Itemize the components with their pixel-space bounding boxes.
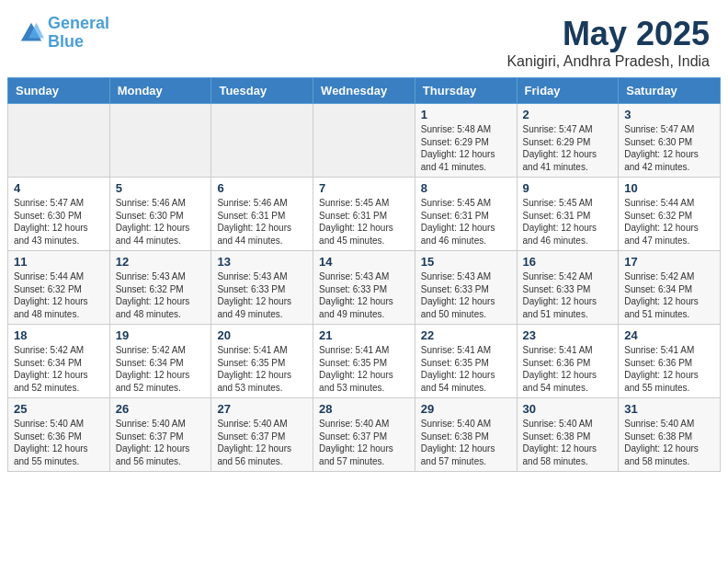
day-number: 12 (116, 255, 206, 269)
logo-text: General Blue (48, 15, 109, 52)
day-number: 7 (319, 181, 409, 195)
day-number: 4 (14, 181, 104, 195)
day-number: 2 (523, 108, 613, 121)
calendar-cell: 1Sunrise: 5:48 AM Sunset: 6:29 PM Daylig… (415, 104, 517, 178)
day-number: 6 (217, 181, 307, 195)
day-info: Sunrise: 5:41 AM Sunset: 6:36 PM Dayligh… (523, 344, 613, 394)
calendar-cell (109, 104, 211, 178)
day-info: Sunrise: 5:42 AM Sunset: 6:34 PM Dayligh… (14, 344, 104, 394)
day-header-saturday: Saturday (619, 78, 721, 104)
calendar-cell: 26Sunrise: 5:40 AM Sunset: 6:37 PM Dayli… (109, 398, 211, 472)
calendar-cell: 4Sunrise: 5:47 AM Sunset: 6:30 PM Daylig… (8, 178, 110, 251)
calendar-cell: 8Sunrise: 5:45 AM Sunset: 6:31 PM Daylig… (415, 178, 517, 251)
day-info: Sunrise: 5:45 AM Sunset: 6:31 PM Dayligh… (319, 197, 409, 247)
calendar-cell: 28Sunrise: 5:40 AM Sunset: 6:37 PM Dayli… (313, 398, 415, 472)
calendar-cell: 10Sunrise: 5:44 AM Sunset: 6:32 PM Dayli… (619, 178, 721, 251)
day-number: 26 (116, 402, 206, 416)
day-info: Sunrise: 5:42 AM Sunset: 6:34 PM Dayligh… (624, 270, 714, 320)
day-header-tuesday: Tuesday (211, 78, 313, 104)
day-info: Sunrise: 5:40 AM Sunset: 6:37 PM Dayligh… (116, 418, 206, 467)
calendar-cell: 11Sunrise: 5:44 AM Sunset: 6:32 PM Dayli… (8, 251, 110, 325)
day-number: 14 (319, 255, 409, 269)
day-number: 13 (217, 255, 307, 269)
day-number: 3 (624, 108, 714, 121)
day-number: 29 (421, 402, 511, 416)
day-header-sunday: Sunday (8, 78, 110, 104)
day-number: 15 (421, 255, 511, 269)
day-number: 9 (523, 181, 613, 195)
day-info: Sunrise: 5:42 AM Sunset: 6:33 PM Dayligh… (523, 270, 613, 320)
calendar-cell: 25Sunrise: 5:40 AM Sunset: 6:36 PM Dayli… (8, 398, 110, 472)
calendar-cell (313, 104, 415, 178)
day-number: 27 (217, 402, 307, 416)
day-number: 20 (217, 328, 307, 342)
day-number: 28 (319, 402, 409, 416)
calendar-cell: 30Sunrise: 5:40 AM Sunset: 6:38 PM Dayli… (517, 398, 619, 472)
day-info: Sunrise: 5:43 AM Sunset: 6:33 PM Dayligh… (421, 270, 511, 320)
calendar-cell: 23Sunrise: 5:41 AM Sunset: 6:36 PM Dayli… (517, 325, 619, 398)
day-number: 19 (116, 328, 206, 342)
day-info: Sunrise: 5:43 AM Sunset: 6:33 PM Dayligh… (217, 270, 307, 320)
calendar-cell: 15Sunrise: 5:43 AM Sunset: 6:33 PM Dayli… (415, 251, 517, 325)
calendar-cell: 27Sunrise: 5:40 AM Sunset: 6:37 PM Dayli… (211, 398, 313, 472)
day-info: Sunrise: 5:41 AM Sunset: 6:35 PM Dayligh… (421, 344, 511, 394)
day-info: Sunrise: 5:40 AM Sunset: 6:38 PM Dayligh… (523, 418, 613, 467)
day-info: Sunrise: 5:47 AM Sunset: 6:30 PM Dayligh… (624, 123, 714, 173)
day-number: 21 (319, 328, 409, 342)
calendar-cell: 7Sunrise: 5:45 AM Sunset: 6:31 PM Daylig… (313, 178, 415, 251)
calendar-cell: 2Sunrise: 5:47 AM Sunset: 6:29 PM Daylig… (517, 104, 619, 178)
day-number: 17 (624, 255, 714, 269)
calendar-cell: 22Sunrise: 5:41 AM Sunset: 6:35 PM Dayli… (415, 325, 517, 398)
day-info: Sunrise: 5:47 AM Sunset: 6:30 PM Dayligh… (14, 197, 104, 247)
day-header-thursday: Thursday (415, 78, 517, 104)
day-number: 25 (14, 402, 104, 416)
location: Kanigiri, Andhra Pradesh, India (506, 53, 710, 70)
calendar-cell: 5Sunrise: 5:46 AM Sunset: 6:30 PM Daylig… (109, 178, 211, 251)
calendar-cell: 18Sunrise: 5:42 AM Sunset: 6:34 PM Dayli… (8, 325, 110, 398)
day-header-wednesday: Wednesday (313, 78, 415, 104)
day-info: Sunrise: 5:40 AM Sunset: 6:38 PM Dayligh… (624, 418, 714, 467)
day-number: 5 (116, 181, 206, 195)
day-number: 1 (421, 108, 511, 121)
month-year: May 2025 (506, 15, 710, 53)
calendar-cell: 9Sunrise: 5:45 AM Sunset: 6:31 PM Daylig… (517, 178, 619, 251)
calendar-cell: 6Sunrise: 5:46 AM Sunset: 6:31 PM Daylig… (211, 178, 313, 251)
day-info: Sunrise: 5:43 AM Sunset: 6:33 PM Dayligh… (319, 270, 409, 320)
day-info: Sunrise: 5:41 AM Sunset: 6:35 PM Dayligh… (319, 344, 409, 394)
day-info: Sunrise: 5:44 AM Sunset: 6:32 PM Dayligh… (14, 270, 104, 320)
day-info: Sunrise: 5:40 AM Sunset: 6:36 PM Dayligh… (14, 418, 104, 467)
calendar-cell: 19Sunrise: 5:42 AM Sunset: 6:34 PM Dayli… (109, 325, 211, 398)
day-number: 18 (14, 328, 104, 342)
day-info: Sunrise: 5:43 AM Sunset: 6:32 PM Dayligh… (116, 270, 206, 320)
day-number: 11 (14, 255, 104, 269)
calendar-cell: 17Sunrise: 5:42 AM Sunset: 6:34 PM Dayli… (619, 251, 721, 325)
day-header-friday: Friday (517, 78, 619, 104)
day-number: 16 (523, 255, 613, 269)
day-info: Sunrise: 5:41 AM Sunset: 6:36 PM Dayligh… (624, 344, 714, 394)
page-header: General Blue May 2025 Kanigiri, Andhra P… (0, 0, 728, 77)
day-info: Sunrise: 5:40 AM Sunset: 6:38 PM Dayligh… (421, 418, 511, 467)
day-info: Sunrise: 5:45 AM Sunset: 6:31 PM Dayligh… (523, 197, 613, 247)
day-number: 31 (624, 402, 714, 416)
day-info: Sunrise: 5:48 AM Sunset: 6:29 PM Dayligh… (421, 123, 511, 173)
calendar-cell: 24Sunrise: 5:41 AM Sunset: 6:36 PM Dayli… (619, 325, 721, 398)
day-info: Sunrise: 5:46 AM Sunset: 6:30 PM Dayligh… (116, 197, 206, 247)
day-number: 22 (421, 328, 511, 342)
day-info: Sunrise: 5:40 AM Sunset: 6:37 PM Dayligh… (319, 418, 409, 467)
day-number: 8 (421, 181, 511, 195)
calendar-cell: 16Sunrise: 5:42 AM Sunset: 6:33 PM Dayli… (517, 251, 619, 325)
calendar-cell (8, 104, 110, 178)
calendar-table: SundayMondayTuesdayWednesdayThursdayFrid… (7, 77, 721, 472)
day-info: Sunrise: 5:42 AM Sunset: 6:34 PM Dayligh… (116, 344, 206, 394)
calendar-cell: 21Sunrise: 5:41 AM Sunset: 6:35 PM Dayli… (313, 325, 415, 398)
title-block: May 2025 Kanigiri, Andhra Pradesh, India (506, 15, 710, 70)
calendar-cell: 20Sunrise: 5:41 AM Sunset: 6:35 PM Dayli… (211, 325, 313, 398)
calendar-cell: 13Sunrise: 5:43 AM Sunset: 6:33 PM Dayli… (211, 251, 313, 325)
day-info: Sunrise: 5:45 AM Sunset: 6:31 PM Dayligh… (421, 197, 511, 247)
day-info: Sunrise: 5:41 AM Sunset: 6:35 PM Dayligh… (217, 344, 307, 394)
day-info: Sunrise: 5:46 AM Sunset: 6:31 PM Dayligh… (217, 197, 307, 247)
day-info: Sunrise: 5:40 AM Sunset: 6:37 PM Dayligh… (217, 418, 307, 467)
day-number: 10 (624, 181, 714, 195)
calendar-cell (211, 104, 313, 178)
day-info: Sunrise: 5:47 AM Sunset: 6:29 PM Dayligh… (523, 123, 613, 173)
